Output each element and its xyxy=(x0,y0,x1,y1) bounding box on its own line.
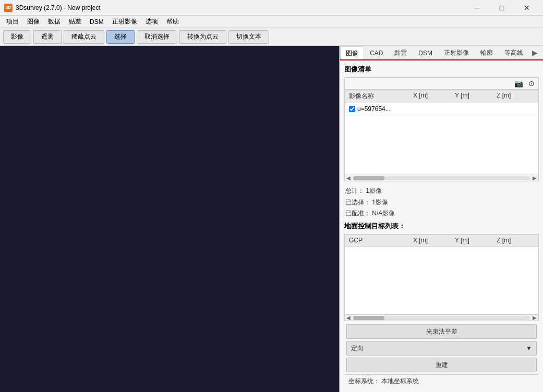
image-name-label: u=597654... xyxy=(357,105,391,113)
orientation-label: 定向 xyxy=(351,344,364,353)
tab-dsm[interactable]: DSM xyxy=(413,47,438,59)
viewport[interactable] xyxy=(0,46,340,392)
table-row[interactable]: u=597654... xyxy=(345,103,538,115)
stat-selected-label: 已选择： xyxy=(345,199,370,206)
image-x-cell xyxy=(411,104,453,114)
col-gcp-x: X [m] xyxy=(411,236,453,245)
menu-dsm[interactable]: DSM xyxy=(86,17,108,27)
toolbar-select-btn[interactable]: 选择 xyxy=(106,30,135,44)
tab-image[interactable]: 图像 xyxy=(340,46,364,60)
rebuild-btn[interactable]: 重建 xyxy=(346,358,537,372)
gcp-table-body xyxy=(345,247,538,314)
toolbar-convert-cloud-btn[interactable]: 转换为点云 xyxy=(179,30,226,44)
image-table-hscrollbar[interactable]: ◀ ▶ xyxy=(345,175,538,181)
minimize-button[interactable]: ─ xyxy=(465,0,489,16)
image-table-header: 影像名称 X [m] Y [m] Z [m] xyxy=(345,90,538,103)
title-bar: 3D 3Dsurvey (2.7.0) - New project ─ □ ✕ xyxy=(0,0,543,16)
tab-cad[interactable]: CAD xyxy=(364,47,389,59)
bundle-adjustment-btn[interactable]: 光束法平差 xyxy=(346,324,537,339)
maximize-button[interactable]: □ xyxy=(490,0,514,16)
image-stats: 总计： 1影像 已选择： 1影像 已配准： N/A影像 xyxy=(344,183,539,222)
menu-data[interactable]: 数据 xyxy=(44,16,65,27)
scrollbar-track[interactable] xyxy=(353,176,530,180)
stat-configured-label: 已配准： xyxy=(345,210,370,217)
action-buttons: 光束法平差 定向 ▼ 重建 xyxy=(344,321,539,374)
coord-value: 本地坐标系统 xyxy=(381,377,419,385)
camera-icon[interactable]: 📷 xyxy=(513,79,525,88)
coordinate-status: 坐标系统： 本地坐标系统 xyxy=(344,374,539,388)
main-area: 图像 CAD 點雲 DSM 正射影像 輪廓 等高线 ▶ 图像清单 📷 ⊙ 影像名… xyxy=(0,46,543,392)
gcp-scrollbar-track[interactable] xyxy=(353,316,530,320)
col-gcp-y: Y [m] xyxy=(453,236,494,245)
toolbar-toggle-text-btn[interactable]: 切换文本 xyxy=(228,30,269,44)
image-table: 📷 ⊙ 影像名称 X [m] Y [m] Z [m] u=597654... xyxy=(344,77,539,181)
gcp-section: 地面控制目标列表： GCP X [m] Y [m] Z [m] ◀ xyxy=(344,222,539,321)
window-controls: ─ □ ✕ xyxy=(465,0,539,16)
stat-total-value: 1影像 xyxy=(366,187,382,194)
toolbar-deselect-btn[interactable]: 取消选择 xyxy=(137,30,177,44)
gcp-table: GCP X [m] Y [m] Z [m] ◀ ▶ xyxy=(344,234,539,321)
stat-selected: 已选择： 1影像 xyxy=(345,197,538,209)
col-y: Y [m] xyxy=(453,91,494,102)
orientation-btn[interactable]: 定向 ▼ xyxy=(346,341,537,356)
main-toolbar: 影像 遥测 稀疏点云 选择 取消选择 转换为点云 切换文本 xyxy=(0,28,543,46)
menu-help[interactable]: 帮助 xyxy=(162,16,183,27)
image-checkbox[interactable] xyxy=(349,106,355,112)
image-name-cell: u=597654... xyxy=(347,104,411,114)
stat-configured-value: N/A影像 xyxy=(372,210,395,217)
menu-project[interactable]: 项目 xyxy=(2,16,23,27)
image-y-cell xyxy=(453,104,494,114)
window-title: 3Dsurvey (2.7.0) - New project xyxy=(16,4,465,11)
col-image-name: 影像名称 xyxy=(347,91,411,102)
col-gcp: GCP xyxy=(347,236,411,245)
stat-configured: 已配准： N/A影像 xyxy=(345,208,538,219)
image-table-toolbar: 📷 ⊙ xyxy=(345,78,538,90)
close-button[interactable]: ✕ xyxy=(515,0,539,16)
scrollbar-thumb[interactable] xyxy=(353,176,384,180)
menu-options[interactable]: 选项 xyxy=(141,16,162,27)
col-gcp-z: Z [m] xyxy=(494,236,536,245)
toolbar-images-btn[interactable]: 影像 xyxy=(3,30,31,44)
tab-orthophoto[interactable]: 正射影像 xyxy=(438,46,475,59)
orientation-arrow-icon: ▼ xyxy=(526,345,532,352)
toolbar-telemetry-btn[interactable]: 遥测 xyxy=(33,30,62,44)
image-z-cell xyxy=(494,104,536,114)
right-panel: 图像 CAD 點雲 DSM 正射影像 輪廓 等高线 ▶ 图像清单 📷 ⊙ 影像名… xyxy=(340,46,543,392)
menu-bar: 项目 图像 数据 贴差 DSM 正射影像 选项 帮助 xyxy=(0,16,543,28)
gcp-scroll-right[interactable]: ▶ xyxy=(531,315,538,321)
target-icon[interactable]: ⊙ xyxy=(527,79,536,88)
gcp-list-title: 地面控制目标列表： xyxy=(344,222,539,231)
col-z: Z [m] xyxy=(494,91,536,102)
scroll-left-arrow[interactable]: ◀ xyxy=(345,175,352,181)
image-table-body: u=597654... xyxy=(345,103,538,175)
menu-orthophoto[interactable]: 正射影像 xyxy=(108,16,141,27)
gcp-table-header: GCP X [m] Y [m] Z [m] xyxy=(345,235,538,247)
stat-selected-value: 1影像 xyxy=(372,199,388,206)
panel-content: 图像清单 📷 ⊙ 影像名称 X [m] Y [m] Z [m] u xyxy=(340,60,543,392)
menu-texture[interactable]: 贴差 xyxy=(65,16,86,27)
coord-label: 坐标系统： xyxy=(348,377,380,385)
panel-tab-bar: 图像 CAD 點雲 DSM 正射影像 輪廓 等高线 ▶ xyxy=(340,46,543,60)
stat-total-label: 总计： xyxy=(345,187,364,194)
app-icon: 3D xyxy=(4,4,13,12)
tab-contour[interactable]: 輪廓 xyxy=(475,46,499,59)
stat-total: 总计： 1影像 xyxy=(345,186,538,197)
scroll-right-arrow[interactable]: ▶ xyxy=(531,175,538,181)
gcp-table-hscrollbar[interactable]: ◀ ▶ xyxy=(345,314,538,321)
tab-more-btn[interactable]: ▶ xyxy=(529,46,541,59)
menu-image[interactable]: 图像 xyxy=(23,16,44,27)
gcp-scroll-left[interactable]: ◀ xyxy=(345,315,352,321)
tab-point-cloud[interactable]: 點雲 xyxy=(389,46,413,59)
toolbar-sparse-cloud-btn[interactable]: 稀疏点云 xyxy=(64,30,104,44)
tab-contour-lines[interactable]: 等高线 xyxy=(499,46,529,59)
gcp-scrollbar-thumb[interactable] xyxy=(353,316,384,320)
col-x: X [m] xyxy=(411,91,453,102)
image-list-title: 图像清单 xyxy=(344,65,539,74)
